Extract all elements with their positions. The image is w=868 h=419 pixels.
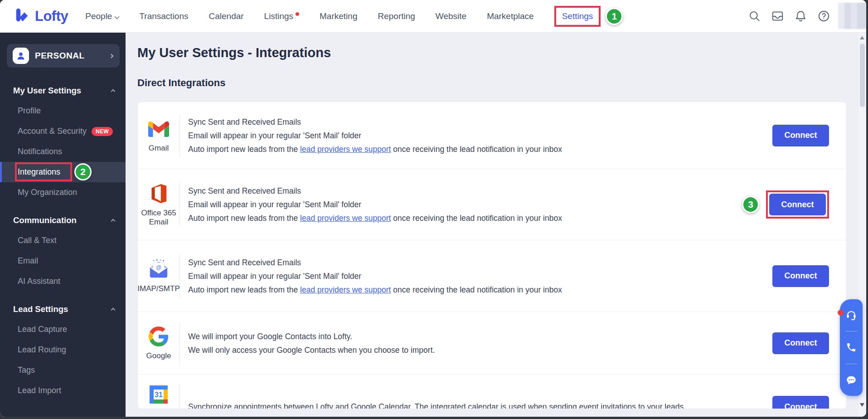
integration-name: Office 365 Email [138,209,179,227]
divider [845,331,857,331]
sidebar-item-call-text[interactable]: Call & Text [0,230,126,251]
nav-item-settings[interactable]: Settings [554,6,601,27]
annotation-box-connect: 3 Connect [766,190,829,219]
integration-desc-line: Auto import new leads from the lead prov… [188,211,766,225]
nav-item-calendar[interactable]: Calendar [209,11,244,21]
annotation-badge-1: 1 [606,8,623,25]
chevron-up-icon [111,219,116,224]
sidebar-item-profile[interactable]: Profile [0,101,126,121]
sidebar: PERSONAL My User Settings Profile Accoun… [0,33,126,417]
sidebar-item-my-organization[interactable]: My Organization [0,182,126,203]
chat-icon[interactable] [840,366,863,395]
nav-item-marketplace[interactable]: Marketplace [487,11,534,21]
integration-desc-line: Email will appear in your regular 'Sent … [188,269,772,283]
integration-desc-line: Email will appear in your regular 'Sent … [188,198,766,211]
connect-google-button[interactable]: Connect [772,332,829,354]
notification-dot [296,12,299,16]
nav-item-reporting[interactable]: Reporting [378,11,415,21]
phone-icon[interactable] [840,333,863,362]
chevron-up-icon [111,308,116,312]
app-window: Lofty People Transactions Calendar Listi… [0,0,866,417]
integration-desc-line: Auto import new leads from the lead prov… [188,142,772,156]
divider [845,364,857,364]
sidebar-item-account-security[interactable]: Account & Security NEW [0,121,126,141]
inbox-icon[interactable] [771,10,784,22]
sidebar-section-communication[interactable]: Communication [0,210,126,230]
new-badge: NEW [92,127,113,136]
integration-desc-line: We will only access your Google Contacts… [188,343,772,357]
sidebar-section-lead-settings[interactable]: Lead Settings [0,299,126,319]
lofty-brand[interactable]: Lofty [14,6,68,26]
sidebar-item-ai-assistant[interactable]: AI Assistant [0,271,126,292]
integration-row-imap-smtp: @ IMAP/SMTP Sync Sent and Received Email… [138,240,846,312]
svg-text:@: @ [156,264,162,271]
avatar[interactable] [838,3,866,29]
sidebar-item-lead-import[interactable]: Lead Import [0,380,126,401]
support-dock [840,299,863,396]
integration-row-google-calendar: 31 Synchronize appointments between Loft… [138,375,846,409]
page-title: My User Settings - Integrations [137,45,866,60]
support-headset-icon[interactable] [840,300,863,329]
google-calendar-icon: 31 [148,384,170,405]
nav-item-transactions[interactable]: Transactions [139,11,188,21]
sidebar-item-integrations[interactable]: Integrations 2 [0,162,126,182]
office365-icon [148,183,170,205]
integration-row-office365: Office 365 Email Sync Sent and Received … [138,169,846,240]
gmail-icon [148,118,170,140]
integration-desc-line: Sync Sent and Received Emails [188,184,766,198]
sidebar-item-tags[interactable]: Tags [0,360,126,380]
chevron-right-icon [109,54,114,58]
search-icon[interactable] [748,10,761,22]
annotation-badge-2: 2 [74,163,92,180]
person-icon [13,48,29,64]
sidebar-item-lead-capture[interactable]: Lead Capture [0,319,126,340]
nav-item-people[interactable]: People [85,11,119,21]
integration-row-gmail: Gmail Sync Sent and Received Emails Emai… [138,102,846,169]
scroll-up-arrow-icon[interactable] [860,36,864,39]
svg-text:31: 31 [155,391,163,399]
notification-dot [838,310,844,316]
main-nav-menu: People Transactions Calendar Listings Ma… [85,6,623,27]
google-icon [148,326,170,347]
integration-desc-line: Auto import new leads from the lead prov… [188,283,772,297]
help-icon[interactable] [818,10,830,22]
connect-google-calendar-button[interactable]: Connect [772,396,829,409]
integration-desc-line: Synchronize appointments between Lofty a… [188,400,772,409]
settings-annotation-group: Settings 1 [554,6,623,27]
connect-office365-button[interactable]: Connect [769,194,826,215]
sidebar-item-notifications[interactable]: Notifications [0,141,126,162]
nav-item-listings[interactable]: Listings [264,11,299,21]
lead-providers-link[interactable]: lead providers we support [300,285,391,294]
account-switcher[interactable]: PERSONAL [7,44,120,68]
integrations-panel: Gmail Sync Sent and Received Emails Emai… [137,102,847,409]
lofty-logo-icon [14,6,31,26]
bell-icon[interactable] [795,10,807,22]
scroll-down-arrow-icon[interactable] [860,403,864,407]
nav-item-website[interactable]: Website [436,11,466,21]
connect-gmail-button[interactable]: Connect [772,125,829,146]
lead-providers-link[interactable]: lead providers we support [300,145,391,154]
account-label: PERSONAL [35,51,85,61]
section-heading: Direct Integrations [137,77,866,89]
integration-name: IMAP/SMTP [137,284,180,293]
integration-name: Gmail [149,144,169,153]
sidebar-item-lead-routing[interactable]: Lead Routing [0,340,126,360]
imap-smtp-icon: @ [148,258,170,280]
integration-row-google: Google We will import your Google Contac… [138,312,846,375]
nav-item-marketing[interactable]: Marketing [320,11,357,21]
integration-desc-line: We will import your Google Contacts into… [188,330,772,343]
nav-icon-group [748,10,830,22]
integration-name: Google [146,351,171,361]
connect-imap-button[interactable]: Connect [772,265,829,287]
scrollbar-thumb[interactable] [860,44,865,107]
brand-name: Lofty [35,8,68,24]
annotation-badge-3: 3 [742,196,759,213]
chevron-down-icon [115,14,120,19]
main-content: My User Settings - Integrations Direct I… [126,45,866,409]
sidebar-item-email[interactable]: Email [0,251,126,271]
integration-desc-line: Sync Sent and Received Emails [188,256,772,269]
chevron-up-icon [111,89,116,94]
integration-desc-line: Email will appear in your regular 'Sent … [188,129,772,142]
sidebar-section-my-user-settings[interactable]: My User Settings [0,80,126,101]
lead-providers-link[interactable]: lead providers we support [300,214,391,223]
